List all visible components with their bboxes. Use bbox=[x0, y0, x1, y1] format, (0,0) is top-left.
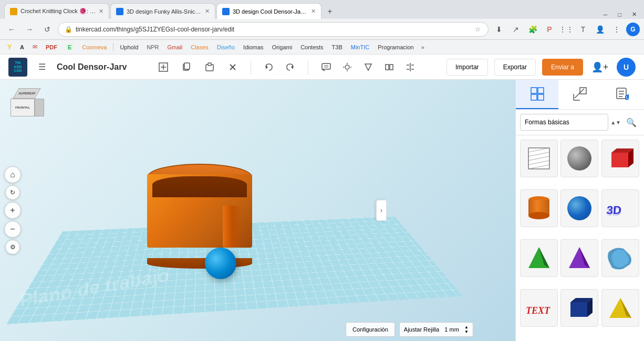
hamburger-button[interactable]: ☰ bbox=[34, 59, 50, 76]
share-icon[interactable]: ↗ bbox=[508, 22, 523, 37]
tab-crochet[interactable]: Crochet Knitting Clock 🧶: 33 S... ✕ bbox=[4, 3, 109, 19]
shape-green-pyramid[interactable] bbox=[520, 239, 558, 277]
bookmark-programacion[interactable]: Programacion bbox=[375, 43, 417, 51]
svg-rect-28 bbox=[531, 88, 537, 93]
bookmark-gmail-icon[interactable]: ✉ bbox=[29, 42, 40, 51]
panel-tab-grid[interactable] bbox=[516, 80, 558, 109]
address-bar[interactable]: 🔒 tinkercad.com/things/g5SJ1ZYEGsI-cool-… bbox=[58, 22, 489, 37]
shape-dark-blue-box[interactable] bbox=[560, 289, 598, 327]
main-content: SUPERIOR FRONTAL ⌂ ↻ + − ⚙ bbox=[0, 80, 644, 341]
comment-tool[interactable] bbox=[317, 58, 336, 77]
svg-text:TEXT: TEXT bbox=[526, 305, 550, 316]
zoom-in-button[interactable]: + bbox=[4, 202, 21, 219]
close-button[interactable]: ✕ bbox=[629, 10, 640, 19]
tinkercad-logo[interactable]: TINKERCAD bbox=[8, 58, 27, 77]
mug-bottom-rim bbox=[147, 258, 252, 269]
align-tool[interactable] bbox=[359, 58, 378, 77]
bookmark-mintic[interactable]: MinTIC bbox=[348, 43, 372, 51]
shape-striped-box[interactable] bbox=[520, 140, 558, 177]
idiomas-label: Idiomas bbox=[243, 44, 264, 50]
shape-red-text[interactable]: TEXT bbox=[520, 289, 558, 327]
add-person-button[interactable]: 👤+ bbox=[589, 57, 610, 78]
configuracion-button[interactable]: Configuración bbox=[346, 322, 395, 337]
importar-button[interactable]: Importar bbox=[446, 59, 488, 76]
reload-button[interactable]: ↺ bbox=[40, 22, 55, 37]
tab-close-cool[interactable]: ✕ bbox=[311, 8, 316, 15]
tab-close-crochet[interactable]: ✕ bbox=[99, 8, 103, 15]
translate-icon[interactable]: T bbox=[576, 22, 590, 37]
shape-blue-abstract[interactable] bbox=[601, 239, 639, 277]
shape-yellow-pyramid[interactable] bbox=[601, 289, 639, 327]
pinterest-icon[interactable]: P bbox=[542, 22, 557, 37]
svg-point-53 bbox=[528, 212, 549, 219]
undo-button[interactable] bbox=[259, 58, 278, 77]
tab-cool[interactable]: 3D design Cool Densor-Jar | Tin... ✕ bbox=[216, 3, 321, 19]
cube-right-face bbox=[35, 99, 44, 116]
svg-rect-35 bbox=[617, 88, 626, 99]
exportar-button[interactable]: Exportar bbox=[494, 59, 536, 76]
bookmark-contests[interactable]: Contests bbox=[297, 43, 326, 51]
light-tool[interactable] bbox=[338, 58, 357, 77]
bookmark-idiomas[interactable]: Idiomas bbox=[240, 43, 267, 51]
bookmark-pdf[interactable]: PDF bbox=[43, 43, 60, 51]
bookmark-clases[interactable]: Clases bbox=[188, 43, 212, 51]
paste-button[interactable] bbox=[200, 58, 219, 77]
forward-button[interactable]: → bbox=[22, 22, 37, 37]
zoom-out-button[interactable]: − bbox=[4, 221, 21, 238]
bookmark-diseno[interactable]: Diseño bbox=[214, 43, 238, 51]
user-icon[interactable]: 👤 bbox=[593, 22, 607, 37]
shape-orange-cylinder[interactable] bbox=[520, 189, 558, 227]
user-avatar[interactable]: U bbox=[617, 58, 636, 77]
apps-icon[interactable]: ⋮⋮ bbox=[559, 22, 574, 37]
minimize-button[interactable]: ─ bbox=[600, 10, 611, 19]
more-icon[interactable]: ⋮ bbox=[609, 22, 624, 37]
mirror-tool[interactable] bbox=[380, 58, 399, 77]
shapes-category-select[interactable]: Formas básicas bbox=[520, 114, 608, 131]
shape-blue-sphere[interactable] bbox=[560, 189, 598, 227]
view-settings-button[interactable]: ⚙ bbox=[5, 240, 20, 254]
enviar-button[interactable]: Enviar a bbox=[542, 59, 583, 76]
new-tab-button[interactable]: + bbox=[323, 4, 337, 19]
panel-tab-measure[interactable] bbox=[558, 80, 601, 109]
nav-cube[interactable]: SUPERIOR FRONTAL bbox=[8, 88, 45, 125]
shape-red-box[interactable] bbox=[601, 140, 639, 177]
new-design-button[interactable] bbox=[154, 58, 173, 77]
group-tool[interactable] bbox=[401, 58, 420, 77]
panel-toggle-button[interactable]: › bbox=[376, 200, 387, 221]
bookmark-origami[interactable]: Origami bbox=[269, 43, 296, 51]
panel-tab-notes[interactable] bbox=[601, 80, 644, 109]
bookmark-y[interactable]: Y bbox=[4, 42, 15, 52]
grid-value-input[interactable] bbox=[441, 326, 462, 333]
home-button[interactable]: ⌂ bbox=[4, 166, 21, 183]
copy-button[interactable] bbox=[177, 58, 196, 77]
svg-marker-20 bbox=[365, 64, 371, 70]
bookmark-e[interactable]: E bbox=[63, 42, 77, 52]
bookmark-uphold[interactable]: Uphold bbox=[117, 43, 141, 51]
shape-purple-pyramid[interactable] bbox=[560, 239, 598, 277]
bookmark-gmail-text[interactable]: Gmail bbox=[164, 43, 185, 51]
bookmark-coomeva[interactable]: Coomeva bbox=[79, 43, 110, 51]
profile-avatar[interactable]: G bbox=[626, 23, 640, 36]
orbit-button[interactable]: ↻ bbox=[5, 185, 20, 200]
redo-button[interactable] bbox=[281, 58, 299, 77]
grid-down-button[interactable]: ▼ bbox=[464, 330, 469, 334]
star-icon[interactable]: ☆ bbox=[473, 25, 482, 34]
tab-funky[interactable]: 3D design Funky Allis-Snicket | T... ✕ bbox=[110, 3, 215, 19]
viewport[interactable]: SUPERIOR FRONTAL ⌂ ↻ + − ⚙ bbox=[0, 80, 515, 341]
download-icon[interactable]: ⬇ bbox=[492, 22, 506, 37]
grid-up-button[interactable]: ▲ bbox=[464, 325, 469, 329]
extensions-icon[interactable]: 🧩 bbox=[525, 22, 540, 37]
tab-close-funky[interactable]: ✕ bbox=[205, 8, 210, 15]
delete-button[interactable] bbox=[223, 58, 242, 77]
bookmark-t3b[interactable]: T3B bbox=[329, 43, 346, 51]
back-button[interactable]: ← bbox=[4, 22, 19, 37]
maximize-button[interactable]: □ bbox=[615, 10, 625, 19]
category-chevron[interactable]: ▲▼ bbox=[610, 120, 621, 125]
bookmarks-more[interactable]: » bbox=[419, 43, 427, 51]
shape-gray-sphere[interactable] bbox=[560, 140, 598, 177]
shape-3d-text[interactable]: 3D 3D bbox=[601, 189, 639, 227]
bookmark-a[interactable]: A bbox=[17, 43, 27, 51]
svg-rect-29 bbox=[538, 88, 544, 93]
shapes-search-button[interactable]: 🔍 bbox=[623, 114, 640, 131]
bookmark-npr[interactable]: NPR bbox=[143, 43, 162, 51]
